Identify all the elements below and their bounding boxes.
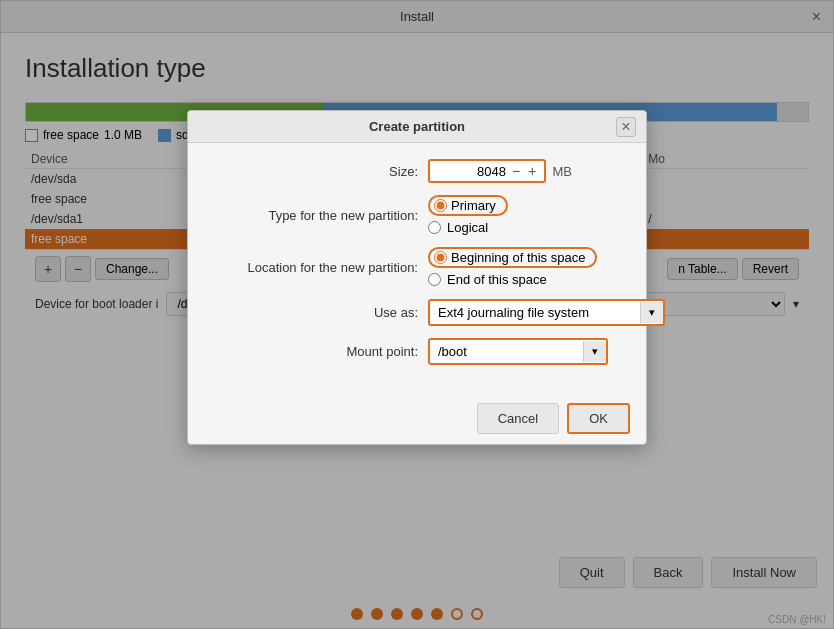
- location-beginning-option[interactable]: Beginning of this space: [428, 247, 597, 268]
- location-end-label: End of this space: [447, 272, 547, 287]
- size-plus-button[interactable]: +: [526, 163, 538, 179]
- location-beginning-label: Beginning of this space: [451, 250, 585, 265]
- modal-header: Create partition ×: [188, 111, 646, 143]
- type-logical-label: Logical: [447, 220, 488, 235]
- create-partition-dialog: Create partition × Size: − + MB Ty: [187, 110, 647, 445]
- type-logical-option[interactable]: Logical: [428, 220, 508, 235]
- location-row: Location for the new partition: Beginnin…: [208, 247, 626, 287]
- type-primary-option[interactable]: Primary: [428, 195, 508, 216]
- cancel-button[interactable]: Cancel: [477, 403, 559, 434]
- use-as-label: Use as:: [208, 305, 428, 320]
- modal-close-button[interactable]: ×: [616, 117, 636, 137]
- type-primary-radio[interactable]: [434, 199, 447, 212]
- primary-radio-highlight: Primary: [428, 195, 508, 216]
- mount-point-row: Mount point: ▾: [208, 338, 626, 365]
- location-label: Location for the new partition:: [208, 260, 428, 275]
- size-minus-button[interactable]: −: [510, 163, 522, 179]
- beginning-radio-highlight: Beginning of this space: [428, 247, 597, 268]
- use-as-row: Use as: ▾: [208, 299, 626, 326]
- size-row: Size: − + MB: [208, 159, 626, 183]
- type-logical-radio[interactable]: [428, 221, 441, 234]
- size-input-group: − +: [428, 159, 546, 183]
- location-beginning-radio[interactable]: [434, 251, 447, 264]
- modal-footer: Cancel OK: [188, 393, 646, 444]
- mount-point-label: Mount point:: [208, 344, 428, 359]
- type-label: Type for the new partition:: [208, 208, 428, 223]
- type-primary-label: Primary: [451, 198, 496, 213]
- ok-button[interactable]: OK: [567, 403, 630, 434]
- location-radio-group: Beginning of this space End of this spac…: [428, 247, 597, 287]
- modal-body: Size: − + MB Type for the new partition:: [188, 143, 646, 393]
- type-radio-group: Primary Logical: [428, 195, 508, 235]
- size-input[interactable]: [436, 164, 506, 179]
- type-row: Type for the new partition: Primary Logi…: [208, 195, 626, 235]
- mount-select-group: ▾: [428, 338, 608, 365]
- mount-point-input[interactable]: [430, 340, 583, 363]
- size-label: Size:: [208, 164, 428, 179]
- modal-overlay: Create partition × Size: − + MB Ty: [0, 0, 834, 629]
- main-window: Install × Installation type free space 1…: [0, 0, 834, 629]
- use-as-select-group: ▾: [428, 299, 665, 326]
- size-unit: MB: [552, 164, 572, 179]
- use-as-input[interactable]: [430, 301, 640, 324]
- modal-title: Create partition: [369, 119, 465, 134]
- mount-dropdown-arrow[interactable]: ▾: [583, 341, 606, 362]
- use-as-dropdown-arrow[interactable]: ▾: [640, 302, 663, 323]
- location-end-radio[interactable]: [428, 273, 441, 286]
- location-end-option[interactable]: End of this space: [428, 272, 597, 287]
